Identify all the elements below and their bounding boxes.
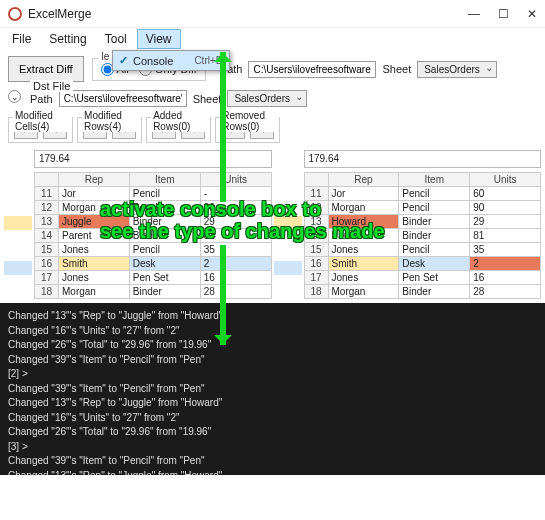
extract-diff-button[interactable]: Extract Diff xyxy=(8,56,84,82)
col-header[interactable]: Units xyxy=(470,173,541,187)
nav-modified-rows: Modified Rows(4) ← → xyxy=(77,117,142,143)
close-button[interactable]: ✕ xyxy=(527,7,537,21)
table-row[interactable]: 14ParentBinder81 xyxy=(35,229,272,243)
table-row[interactable]: 11JorPencil60 xyxy=(304,187,541,201)
table-row[interactable]: 12MorganPencil90 xyxy=(304,201,541,215)
table-row[interactable]: 14ParentBinder81 xyxy=(304,229,541,243)
src-sheet-select[interactable]: SalesOrders xyxy=(417,61,497,78)
table-row[interactable]: 17JonesPen Set16 xyxy=(304,271,541,285)
table-row[interactable]: 16SmithDesk2 xyxy=(304,257,541,271)
menu-console-item[interactable]: ✓ Console Ctrl+D xyxy=(113,51,229,70)
left-grid[interactable]: RepItemUnits11JorPencil-12MorganPencil90… xyxy=(34,172,272,299)
dst-sheet-label: Sheet xyxy=(193,93,222,105)
expand-icon[interactable]: ⌄ xyxy=(8,90,21,103)
maximize-button[interactable]: ☐ xyxy=(498,7,509,21)
menu-file[interactable]: File xyxy=(4,30,39,48)
col-header[interactable]: Item xyxy=(129,173,200,187)
nav-added-rows: Added Rows(0) ← → xyxy=(146,117,211,143)
src-sheet-label: Sheet xyxy=(382,63,411,75)
right-grid[interactable]: RepItemUnits11JorPencil6012MorganPencil9… xyxy=(304,172,542,299)
table-row[interactable]: 18MorganBinder28 xyxy=(304,285,541,299)
table-row[interactable]: 15JonesPencil35 xyxy=(304,243,541,257)
dst-path-input[interactable] xyxy=(59,90,187,107)
table-row[interactable]: 16SmithDesk2 xyxy=(35,257,272,271)
view-dropdown: ✓ Console Ctrl+D xyxy=(112,50,230,71)
dst-sheet-select[interactable]: SalesOrders xyxy=(227,90,307,107)
nav-modified-cells: Modified Cells(4) ← → xyxy=(8,117,73,143)
nav-removed-rows: Removed Rows(0) ← → xyxy=(215,117,280,143)
minimize-button[interactable]: — xyxy=(468,7,480,21)
src-path-input[interactable] xyxy=(248,61,376,78)
table-row[interactable]: 13JuggleBinder29 xyxy=(35,215,272,229)
formula-right[interactable]: 179.64 xyxy=(304,150,542,168)
table-row[interactable]: 18MorganBinder28 xyxy=(35,285,272,299)
table-row[interactable]: 17JonesPen Set16 xyxy=(35,271,272,285)
dst-legend: Dst File xyxy=(30,80,73,92)
table-row[interactable]: 13HowardBinder29 xyxy=(304,215,541,229)
col-header[interactable]: Units xyxy=(200,173,271,187)
right-gutter xyxy=(274,149,302,299)
console-output[interactable]: Changed "13"'s "Rep" to "Juggle" from "H… xyxy=(0,303,545,475)
table-row[interactable]: 11JorPencil- xyxy=(35,187,272,201)
window-title: ExcelMerge xyxy=(28,7,468,21)
menu-bar: File Setting Tool View ✓ Console Ctrl+D xyxy=(0,28,545,50)
table-row[interactable]: 12MorganPencil90 xyxy=(35,201,272,215)
left-gutter xyxy=(4,149,32,299)
menu-view[interactable]: View xyxy=(137,29,181,49)
col-header[interactable]: Rep xyxy=(59,173,130,187)
formula-left[interactable]: 179.64 xyxy=(34,150,272,168)
col-header[interactable]: Item xyxy=(399,173,470,187)
col-header[interactable]: Rep xyxy=(328,173,399,187)
menu-tool[interactable]: Tool xyxy=(97,30,135,48)
table-row[interactable]: 15JonesPencil35 xyxy=(35,243,272,257)
dst-path-label: Path xyxy=(30,93,53,105)
app-logo xyxy=(8,7,22,21)
check-icon: ✓ xyxy=(119,54,133,67)
menu-setting[interactable]: Setting xyxy=(41,30,94,48)
